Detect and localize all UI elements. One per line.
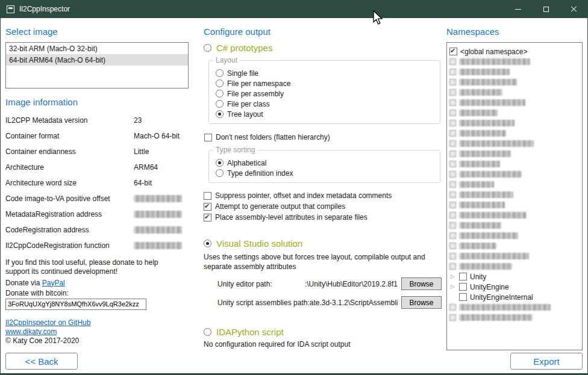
- namespace-item-redacted[interactable]: [449, 241, 580, 251]
- namespace-item[interactable]: Unity: [449, 271, 580, 282]
- configure-output-panel: Configure output C# prototypes Layout Si…: [195, 18, 443, 373]
- namespace-item[interactable]: UnityEngineInternal: [449, 292, 580, 302]
- paypal-link[interactable]: PayPal: [42, 279, 65, 287]
- info-value: [134, 211, 182, 218]
- close-button[interactable]: [560, 0, 587, 18]
- checkbox-option[interactable]: Suppress pointer, offset and index metad…: [204, 190, 443, 201]
- flatten-checkbox[interactable]: Don't nest folders (flatten hierarchy): [204, 132, 443, 143]
- namespace-item-redacted[interactable]: [449, 77, 580, 87]
- bitcoin-address-input[interactable]: [5, 299, 146, 310]
- namespace-item-redacted[interactable]: [449, 67, 580, 77]
- namespace-item-redacted[interactable]: [449, 149, 580, 159]
- expander-icon[interactable]: [449, 271, 456, 282]
- info-label: MetadataRegistration address: [5, 210, 134, 218]
- checkbox-icon: [449, 48, 457, 55]
- namespace-item-redacted[interactable]: [449, 87, 580, 98]
- checkbox-icon: [449, 130, 456, 137]
- namespace-item-redacted[interactable]: [449, 302, 580, 312]
- redacted-label: [459, 110, 498, 116]
- redacted-label: [459, 99, 525, 106]
- redacted-label: [459, 263, 512, 270]
- radio-option[interactable]: Tree layout: [216, 109, 440, 119]
- export-button[interactable]: Export: [510, 353, 583, 370]
- namespace-item-redacted[interactable]: [449, 312, 580, 323]
- checkbox-icon: [449, 253, 456, 259]
- radio-option[interactable]: Alphabetical: [216, 158, 440, 168]
- radio-label: Alphabetical: [227, 159, 266, 167]
- namespace-item-redacted[interactable]: [449, 210, 580, 220]
- namespace-item-redacted[interactable]: [449, 179, 580, 190]
- namespace-item-redacted[interactable]: [449, 128, 580, 138]
- donate-paypal-line: Donate via PayPal: [5, 279, 189, 287]
- image-list-item[interactable]: 32-bit ARM (Mach-O 32-bit): [6, 43, 188, 54]
- namespace-item[interactable]: <global namespace>: [449, 46, 580, 57]
- info-label: Container endianness: [5, 147, 134, 156]
- checkbox-icon: [204, 192, 211, 200]
- vs-radio[interactable]: Visual Studio solution: [204, 238, 443, 249]
- ida-radio[interactable]: IDAPython script: [204, 327, 443, 337]
- maximize-button[interactable]: [532, 0, 560, 18]
- namespace-item-redacted[interactable]: [449, 57, 580, 67]
- checkbox-option[interactable]: Attempt to generate output that compiles: [204, 201, 443, 212]
- back-button[interactable]: << Back: [5, 353, 78, 370]
- info-row: CodeRegistration address: [5, 222, 189, 238]
- checkbox-icon: [204, 203, 211, 211]
- checkbox-icon: [204, 214, 211, 222]
- image-list-item[interactable]: 64-bit ARM64 (Mach-O 64-bit): [6, 54, 188, 66]
- unity-script-browse-button[interactable]: Browse: [401, 296, 442, 309]
- namespace-item-redacted[interactable]: [449, 231, 580, 241]
- radio-label: File per class: [227, 100, 270, 108]
- image-info-table: IL2CPP Metadata version 23 Container for…: [5, 113, 189, 253]
- radio-icon: [216, 79, 224, 87]
- namespace-item[interactable]: UnityEngine: [449, 282, 580, 292]
- radio-option[interactable]: Single file: [216, 68, 440, 78]
- radio-icon: [204, 240, 211, 247]
- info-value: [134, 242, 182, 249]
- checkbox-label: Suppress pointer, offset and index metad…: [215, 191, 392, 200]
- checkbox-icon: [449, 191, 456, 198]
- namespace-item-redacted[interactable]: [449, 159, 580, 169]
- expander-icon[interactable]: [449, 282, 456, 292]
- namespace-label: UnityEngine: [470, 283, 509, 291]
- ida-description: No configuration required for IDA script…: [204, 340, 443, 349]
- info-value: ARM64: [134, 163, 158, 172]
- namespace-tree[interactable]: <global namespace>: [446, 42, 583, 350]
- redacted-label: [459, 202, 505, 208]
- namespace-item-redacted[interactable]: [449, 98, 580, 108]
- checkbox-label: Place assembly-level attributes in separ…: [215, 213, 367, 222]
- checkbox-icon: [449, 140, 456, 147]
- namespace-item-redacted[interactable]: [449, 190, 580, 200]
- info-label: IL2CPP Metadata version: [5, 116, 134, 125]
- csharp-radio-label: C# prototypes: [216, 43, 272, 53]
- namespace-item-redacted[interactable]: [449, 169, 580, 179]
- github-link[interactable]: Il2CppInspector on GitHub: [5, 318, 90, 327]
- minimize-button[interactable]: [504, 0, 532, 18]
- checkbox-icon: [449, 79, 456, 85]
- checkbox-icon: [204, 134, 212, 141]
- namespace-item-redacted[interactable]: [449, 251, 580, 261]
- vs-description: Uses the settings above but forces tree …: [204, 253, 445, 271]
- namespace-item-redacted[interactable]: [449, 108, 580, 118]
- radio-icon: [216, 169, 224, 177]
- info-row: MetadataRegistration address: [5, 206, 189, 222]
- window-controls: [504, 0, 587, 18]
- radio-option[interactable]: File per namespace: [216, 78, 440, 88]
- redacted-label: [459, 171, 522, 178]
- csharp-radio[interactable]: C# prototypes: [204, 43, 443, 53]
- namespace-item-redacted[interactable]: [449, 200, 580, 210]
- info-label: CodeRegistration address: [5, 226, 134, 234]
- website-link[interactable]: www.djkaty.com: [5, 327, 57, 336]
- radio-option[interactable]: File per assembly: [216, 88, 440, 99]
- checkbox-icon: [459, 283, 467, 291]
- namespace-item-redacted[interactable]: [449, 261, 580, 271]
- radio-option[interactable]: Type definition index: [216, 168, 440, 178]
- namespace-item-redacted[interactable]: [449, 138, 580, 149]
- checkbox-option[interactable]: Place assembly-level attributes in separ…: [204, 212, 443, 223]
- unity-editor-path-value: :\Unity\Hub\Editor\2019.2.8f1: [272, 280, 398, 288]
- namespace-item-redacted[interactable]: [449, 220, 580, 231]
- unity-editor-browse-button[interactable]: Browse: [401, 277, 442, 290]
- namespace-item-redacted[interactable]: [449, 118, 580, 128]
- radio-icon: [204, 44, 211, 52]
- radio-option[interactable]: File per class: [216, 99, 440, 109]
- image-listbox[interactable]: 32-bit ARM (Mach-O 32-bit)64-bit ARM64 (…: [5, 42, 189, 88]
